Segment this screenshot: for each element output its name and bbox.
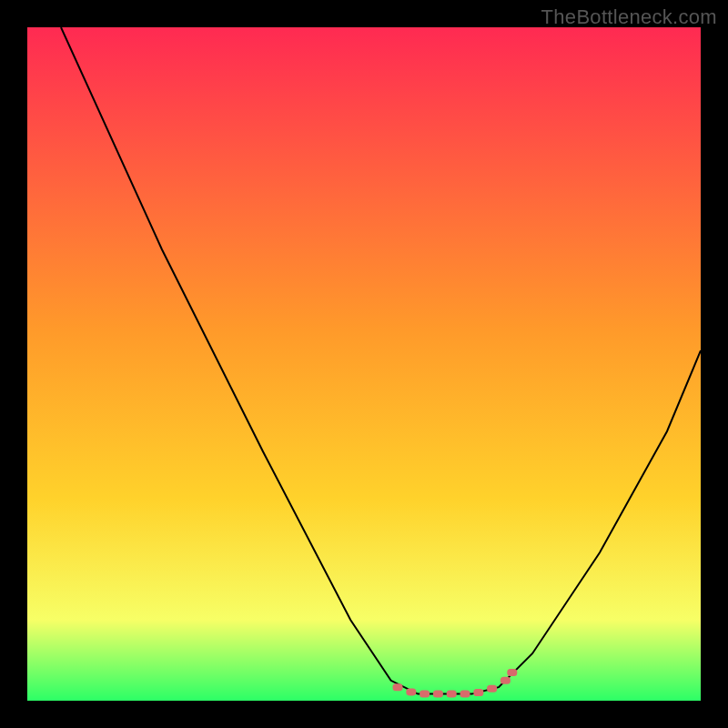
marker-dot: [406, 688, 416, 695]
chart-frame: TheBottleneck.com: [0, 0, 728, 728]
marker-dot: [500, 677, 511, 684]
marker-dot: [420, 691, 430, 698]
marker-dot: [487, 685, 497, 693]
plot-area: [27, 27, 701, 701]
watermark-label: TheBottleneck.com: [541, 5, 717, 29]
marker-dot: [433, 691, 443, 698]
gradient-background: [27, 27, 701, 701]
marker-dot: [473, 689, 483, 696]
chart-svg: [27, 27, 701, 701]
marker-dot: [507, 669, 517, 676]
marker-dot: [393, 683, 403, 691]
marker-dot: [447, 691, 457, 698]
marker-dot: [460, 691, 470, 698]
